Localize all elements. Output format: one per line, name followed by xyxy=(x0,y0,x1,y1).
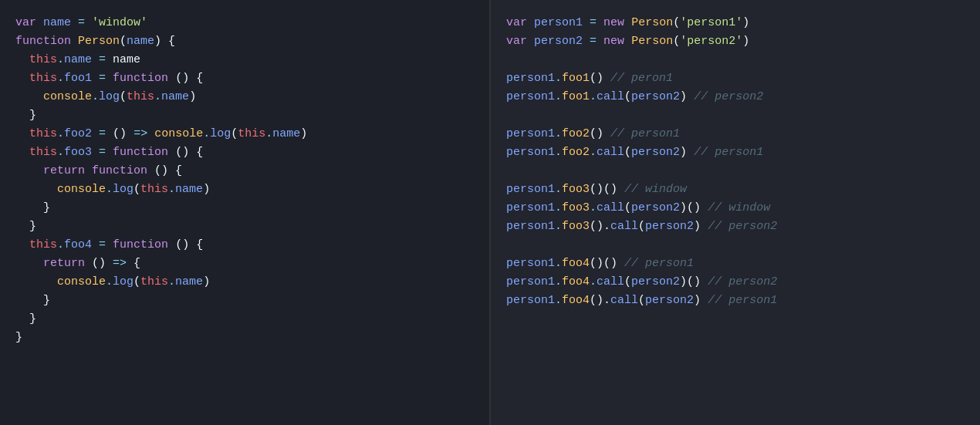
right-line-11: person1.foo3.call(person2)() // window xyxy=(506,199,965,218)
left-code-panel: var name = 'window' function Person(name… xyxy=(0,0,491,425)
right-line-14: person1.foo4()() // person1 xyxy=(506,255,965,273)
right-line-blank4 xyxy=(506,236,965,255)
right-line-7: person1.foo2() // person1 xyxy=(506,125,965,143)
code-line-12: } xyxy=(15,218,474,236)
right-line-16: person1.foo4().call(person2) // person1 xyxy=(506,292,965,310)
code-line-10: console.log(this.name) xyxy=(15,180,474,199)
code-line-11: } xyxy=(15,199,474,218)
right-line-5: person1.foo1.call(person2) // person2 xyxy=(506,88,965,106)
code-line-8: this.foo3 = function () { xyxy=(15,143,474,162)
code-line-5: console.log(this.name) xyxy=(15,88,474,106)
right-line-4: person1.foo1() // peron1 xyxy=(506,69,965,88)
right-line-blank3 xyxy=(506,162,965,180)
code-line-13: this.foo4 = function () { xyxy=(15,236,474,255)
right-line-1: var person1 = new Person('person1') xyxy=(506,14,965,32)
code-line-14: return () => { xyxy=(15,255,474,273)
code-line-1: var name = 'window' xyxy=(15,14,474,32)
right-line-blank1 xyxy=(506,51,965,69)
code-line-15: console.log(this.name) xyxy=(15,273,474,292)
right-line-10: person1.foo3()() // window xyxy=(506,180,965,199)
right-line-2: var person2 = new Person('person2') xyxy=(506,32,965,51)
code-line-7: this.foo2 = () => console.log(this.name) xyxy=(15,125,474,143)
code-line-16: } xyxy=(15,292,474,310)
code-line-2: function Person(name) { xyxy=(15,32,474,51)
code-line-9: return function () { xyxy=(15,162,474,180)
code-line-18: } xyxy=(15,329,474,347)
right-line-blank2 xyxy=(506,106,965,125)
code-line-6: } xyxy=(15,106,474,125)
code-line-4: this.foo1 = function () { xyxy=(15,69,474,88)
right-line-15: person1.foo4.call(person2)() // person2 xyxy=(506,273,965,292)
right-line-8: person1.foo2.call(person2) // person1 xyxy=(506,143,965,162)
right-line-12: person1.foo3().call(person2) // person2 xyxy=(506,218,965,236)
code-line-17: } xyxy=(15,310,474,329)
code-line-3: this.name = name xyxy=(15,51,474,69)
right-code-panel: var person1 = new Person('person1') var … xyxy=(491,0,980,425)
